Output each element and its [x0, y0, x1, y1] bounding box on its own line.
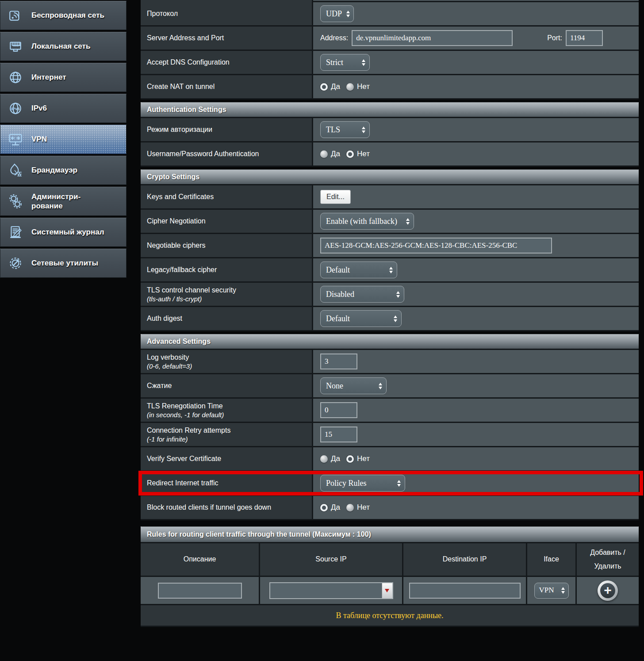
row-label: Block routed clients if tunnel goes down	[141, 496, 313, 519]
row-label: TLS control channel security	[147, 286, 307, 294]
log-verbosity-input[interactable]	[320, 354, 357, 369]
row-log-verbosity: Log verbosity (0-6, default=3)	[141, 350, 639, 374]
network-tools-icon	[5, 256, 26, 271]
rules-column-headers: Описание Source IP Destination IP Iface …	[141, 543, 639, 577]
row-cipher-negotiation: Cipher Negotiation Enable (with fallback…	[141, 210, 639, 234]
connection-retry-input[interactable]	[320, 427, 357, 442]
address-label: Address:	[320, 34, 348, 42]
radio-no[interactable]	[346, 504, 354, 511]
radio-yes[interactable]	[320, 83, 328, 91]
vpn-icon	[5, 131, 26, 147]
spinner-arrows-icon	[362, 59, 365, 66]
admin-gears-icon	[5, 194, 26, 209]
row-label: Negotiable ciphers	[141, 234, 313, 257]
row-redirect-internet-traffic: Redirect Internet traffic Policy Rules	[141, 472, 639, 496]
sidebar-item-label: Интернет	[31, 73, 66, 82]
radio-no[interactable]	[346, 83, 354, 91]
svg-text:IPv6: IPv6	[11, 106, 20, 111]
sidebar-item-wireless[interactable]: Беспроводная сеть	[0, 1, 126, 30]
negotiable-ciphers-input[interactable]	[320, 238, 552, 254]
sidebar: Беспроводная сеть Локальная сеть Интерне…	[0, 0, 126, 278]
vpn-settings-panel: Протокол UDP Server Address and Port Add…	[141, 0, 639, 627]
sidebar-item-label: Администри- рование	[31, 192, 80, 211]
row-label: Username/Password Authentication	[141, 142, 313, 165]
combo-dropdown-icon[interactable]	[382, 583, 392, 598]
row-label: Server Address and Port	[141, 27, 313, 50]
edit-keys-button[interactable]: Edit...	[320, 190, 351, 204]
row-legacy-cipher: Legacy/fallback cipher Default	[141, 258, 639, 283]
section-crypto-settings: Crypto Settings	[141, 169, 639, 185]
tls-control-channel-select[interactable]: Disabled	[320, 286, 404, 303]
row-label: Keys and Certificates	[141, 185, 313, 208]
globe-icon	[5, 70, 26, 85]
auth-mode-select[interactable]: TLS	[320, 121, 370, 138]
sidebar-item-administration[interactable]: Администри- рование	[0, 187, 126, 216]
row-connection-retry: Connection Retry attempts (-1 for infini…	[141, 423, 639, 447]
row-label: Режим авторизации	[141, 118, 313, 141]
compression-select[interactable]: None	[320, 377, 387, 394]
spinner-arrows-icon	[362, 127, 365, 133]
radio-yes[interactable]	[320, 504, 328, 511]
protocol-select[interactable]: UDP	[320, 5, 354, 22]
row-label: Redirect Internet traffic	[141, 472, 313, 495]
accept-dns-select[interactable]: Strict	[320, 54, 370, 71]
cipher-negotiation-select[interactable]: Enable (with fallback)	[320, 213, 414, 230]
row-auth-mode: Режим авторизации TLS	[141, 118, 639, 142]
tls-renegotiation-input[interactable]	[320, 402, 357, 418]
legacy-cipher-select[interactable]: Default	[320, 261, 397, 278]
column-header-destination-ip: Destination IP	[403, 543, 527, 576]
sidebar-item-internet[interactable]: Интернет	[0, 63, 126, 92]
radio-yes[interactable]	[320, 455, 328, 463]
rule-description-input[interactable]	[158, 583, 242, 599]
port-label: Port:	[547, 34, 562, 42]
sidebar-item-firewall[interactable]: Брандмауэр	[0, 156, 126, 185]
radio-no-label: Нет	[357, 454, 370, 463]
rule-source-ip-combo[interactable]	[269, 582, 393, 599]
wifi-icon	[5, 8, 26, 23]
spinner-arrows-icon	[379, 383, 382, 389]
radio-no[interactable]	[346, 150, 354, 158]
row-verify-server-cert: Verify Server Certificate Да Нет	[141, 447, 639, 472]
redirect-traffic-select[interactable]: Policy Rules	[320, 475, 405, 492]
firewall-icon	[5, 163, 26, 178]
spinner-arrows-icon	[406, 218, 410, 225]
spinner-arrows-icon	[389, 267, 393, 273]
radio-yes[interactable]	[320, 150, 328, 158]
ipv6-icon: IPv6	[5, 101, 26, 116]
spinner-arrows-icon	[397, 480, 401, 487]
radio-no-label: Нет	[357, 82, 370, 91]
row-compression: Сжатие None	[141, 374, 639, 399]
row-sublabel: (-1 for infinite)	[147, 435, 307, 443]
column-header-add-delete: Добавить / Удалить	[577, 543, 639, 576]
radio-yes-label: Да	[331, 503, 340, 512]
row-label: Сжатие	[141, 374, 313, 397]
auth-digest-select[interactable]: Default	[320, 310, 402, 327]
sidebar-item-vpn[interactable]: VPN	[0, 125, 126, 154]
sidebar-item-network-tools[interactable]: Сетевые утилиты	[0, 249, 126, 278]
row-sublabel: (0-6, default=3)	[147, 362, 307, 370]
spinner-arrows-icon	[346, 11, 350, 17]
row-tls-control-channel: TLS control channel security (tls-auth /…	[141, 283, 639, 307]
sidebar-item-label: VPN	[31, 135, 47, 144]
row-label: Log verbosity	[147, 354, 307, 361]
row-sublabel: (in seconds, -1 for default)	[147, 411, 307, 419]
row-label: TLS Renegotiation Time	[147, 402, 307, 410]
sidebar-item-system-log[interactable]: Системный журнал	[0, 218, 126, 247]
radio-no[interactable]	[346, 455, 354, 463]
sidebar-item-label: Системный журнал	[31, 227, 104, 237]
row-label: Verify Server Certificate	[141, 447, 313, 470]
sidebar-item-lan[interactable]: Локальная сеть	[0, 32, 126, 61]
sidebar-item-label: Локальная сеть	[31, 42, 90, 51]
rule-iface-select[interactable]: VPN	[534, 583, 569, 599]
server-port-input[interactable]	[566, 30, 603, 46]
radio-no-label: Нет	[357, 503, 370, 512]
section-authentication-settings: Authentication Settings	[141, 102, 639, 118]
rule-destination-ip-input[interactable]	[409, 583, 521, 599]
row-userpass-auth: Username/Password Authentication Да Нет	[141, 142, 639, 167]
server-address-input[interactable]	[352, 30, 513, 46]
sidebar-item-ipv6[interactable]: IPv6 IPv6	[0, 94, 126, 123]
radio-yes-label: Да	[331, 150, 340, 158]
radio-no-label: Нет	[357, 150, 370, 158]
row-label: Legacy/fallback cipher	[141, 258, 313, 281]
add-rule-button[interactable]: +	[598, 580, 618, 601]
